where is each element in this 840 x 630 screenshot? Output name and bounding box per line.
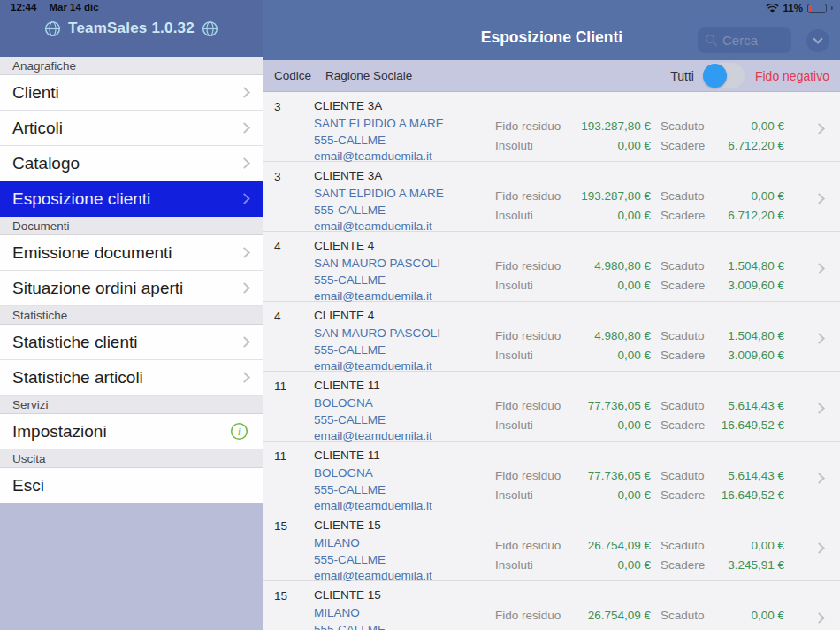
search-input[interactable] xyxy=(722,33,781,48)
sidebar-item-impostazioni[interactable]: Impostazioni i xyxy=(0,414,263,449)
search-box[interactable] xyxy=(698,27,791,53)
client-info: CLIENTE 4 SAN MAURO PASCOLI 555-CALLME e… xyxy=(314,239,440,301)
chevron-right-icon xyxy=(813,193,825,204)
client-code: 4 xyxy=(274,239,314,301)
section-header-statistiche: Statistiche xyxy=(0,306,263,325)
filter-label-tutti[interactable]: Tutti xyxy=(670,69,694,83)
chevron-down-icon xyxy=(813,34,822,43)
header-controls xyxy=(698,27,829,53)
client-city: BOLOGNA xyxy=(314,465,432,482)
collapse-header-button[interactable] xyxy=(806,29,829,52)
sidebar-header: 12:44 Mar 14 dic TeamSales 1.0.32 xyxy=(0,0,263,57)
column-header-codice: Codice xyxy=(274,69,325,82)
insoluti-value: 0,00 € xyxy=(569,349,651,363)
status-bar-right: 11% xyxy=(766,3,833,13)
client-code: 15 xyxy=(274,588,314,630)
app-window: 12:44 Mar 14 dic TeamSales 1.0.32 Anagra… xyxy=(0,0,840,630)
fido-residuo-value: 26.754,09 € xyxy=(569,539,651,553)
app-title: TeamSales 1.0.32 xyxy=(68,19,195,37)
fido-residuo-label: Fido residuo xyxy=(495,609,569,623)
insoluti-label: Insoluti xyxy=(495,209,569,223)
client-row[interactable]: 3 CLIENTE 3A SANT ELPIDIO A MARE 555-CAL… xyxy=(263,92,840,162)
sidebar-item-clienti[interactable]: Clienti xyxy=(0,75,263,111)
chevron-right-icon xyxy=(239,122,250,134)
client-info: CLIENTE 11 BOLOGNA 555-CALLME email@team… xyxy=(314,449,432,511)
fido-residuo-label: Fido residuo xyxy=(495,259,569,273)
client-name: CLIENTE 15 xyxy=(314,588,386,602)
scaduto-value: 5.614,43 € xyxy=(718,399,784,413)
fido-residuo-value: 193.287,80 € xyxy=(569,189,651,204)
client-row[interactable]: 15 CLIENTE 15 MILANO 555-CALLME Fido res… xyxy=(263,581,840,630)
insoluti-label: Insoluti xyxy=(495,279,569,293)
client-list: 3 CLIENTE 3A SANT ELPIDIO A MARE 555-CAL… xyxy=(263,92,840,630)
client-info: CLIENTE 11 BOLOGNA 555-CALLME email@team… xyxy=(314,379,432,441)
battery-nub xyxy=(831,6,833,10)
scadere-value: 3.009,60 € xyxy=(718,349,784,363)
sidebar-item-articoli[interactable]: Articoli xyxy=(0,111,263,146)
scaduto-label: Scaduto xyxy=(651,119,718,134)
svg-text:i: i xyxy=(238,426,241,438)
scadere-value: 16.649,52 € xyxy=(718,419,784,433)
client-name: CLIENTE 4 xyxy=(314,239,440,252)
client-phone: 555-CALLME xyxy=(314,203,444,219)
scaduto-value: 1.504,80 € xyxy=(718,329,784,343)
client-row[interactable]: 11 CLIENTE 11 BOLOGNA 555-CALLME email@t… xyxy=(263,442,840,511)
insoluti-value: 0,00 € xyxy=(569,419,651,433)
client-code: 3 xyxy=(274,99,314,161)
chevron-right-icon xyxy=(239,158,250,169)
scaduto-value: 0,00 € xyxy=(718,119,784,134)
client-row[interactable]: 4 CLIENTE 4 SAN MAURO PASCOLI 555-CALLME… xyxy=(263,302,840,372)
scadere-value: 3.245,91 € xyxy=(718,558,784,572)
scadere-value: 6.712,20 € xyxy=(718,209,784,223)
sidebar-item-catalogo[interactable]: Catalogo xyxy=(0,146,263,181)
client-phone: 555-CALLME xyxy=(314,273,440,289)
toggle-knob xyxy=(703,64,727,88)
client-name: CLIENTE 3A xyxy=(314,99,444,112)
scadere-label: Scadere xyxy=(651,349,718,363)
insoluti-value: 0,00 € xyxy=(569,139,651,153)
client-financials: Fido residuo 193.287,80 € Scaduto 0,00 €… xyxy=(495,189,784,223)
fido-residuo-label: Fido residuo xyxy=(495,119,569,134)
scaduto-value: 0,00 € xyxy=(718,189,784,204)
client-name: CLIENTE 15 xyxy=(314,519,432,532)
client-financials: Fido residuo 77.736,05 € Scaduto 5.614,4… xyxy=(495,469,784,503)
client-code: 11 xyxy=(274,449,314,511)
scadere-value: 3.009,60 € xyxy=(718,279,784,293)
client-row[interactable]: 3 CLIENTE 3A SANT ELPIDIO A MARE 555-CAL… xyxy=(263,162,840,232)
column-header-ragione-sociale: Ragione Sociale xyxy=(325,69,412,82)
client-phone: 555-CALLME xyxy=(314,412,432,429)
chevron-right-icon xyxy=(813,612,825,624)
sidebar-item-esposizione-clienti[interactable]: Esposizione clienti xyxy=(0,181,263,217)
client-row[interactable]: 4 CLIENTE 4 SAN MAURO PASCOLI 555-CALLME… xyxy=(263,232,840,302)
filter-label-fido-negativo[interactable]: Fido negativo xyxy=(755,69,829,83)
sidebar-item-emissione-documenti[interactable]: Emissione documenti xyxy=(0,235,263,271)
wifi-icon xyxy=(766,4,779,13)
info-icon[interactable]: i xyxy=(230,422,248,441)
tutti-fido-toggle[interactable] xyxy=(702,63,745,88)
scadere-label: Scadere xyxy=(651,139,718,153)
client-city: MILANO xyxy=(314,535,432,552)
client-phone: 555-CALLME xyxy=(314,552,432,569)
scadere-value: 6.712,20 € xyxy=(718,139,784,153)
scadere-label: Scadere xyxy=(651,558,718,572)
status-bar-left: 12:44 Mar 14 dic xyxy=(11,2,99,12)
sidebar-item-statistiche-clienti[interactable]: Statistiche clienti xyxy=(0,325,263,360)
sidebar-item-esci[interactable]: Esci xyxy=(0,468,263,503)
client-code: 11 xyxy=(274,379,314,441)
client-info: CLIENTE 3A SANT ELPIDIO A MARE 555-CALLM… xyxy=(314,99,444,161)
sidebar-item-situazione-ordini-aperti[interactable]: Situazione ordini aperti xyxy=(0,271,263,306)
sidebar-item-statistiche-articoli[interactable]: Statistiche articoli xyxy=(0,360,263,396)
filter-bar: Codice Ragione Sociale Tutti Fido negati… xyxy=(263,60,840,92)
scadere-value: 16.649,52 € xyxy=(718,488,784,503)
insoluti-value: 0,00 € xyxy=(569,558,651,572)
client-name: CLIENTE 4 xyxy=(314,309,440,322)
client-row[interactable]: 11 CLIENTE 11 BOLOGNA 555-CALLME email@t… xyxy=(263,372,840,442)
insoluti-value: 0,00 € xyxy=(569,488,651,503)
chevron-right-icon xyxy=(239,247,250,258)
client-name: CLIENTE 11 xyxy=(314,379,432,392)
chevron-right-icon xyxy=(813,263,825,274)
section-header-anagrafiche: Anagrafiche xyxy=(0,57,263,75)
client-row[interactable]: 15 CLIENTE 15 MILANO 555-CALLME email@te… xyxy=(263,511,840,581)
scadere-label: Scadere xyxy=(651,488,718,503)
insoluti-value: 0,00 € xyxy=(569,209,651,223)
